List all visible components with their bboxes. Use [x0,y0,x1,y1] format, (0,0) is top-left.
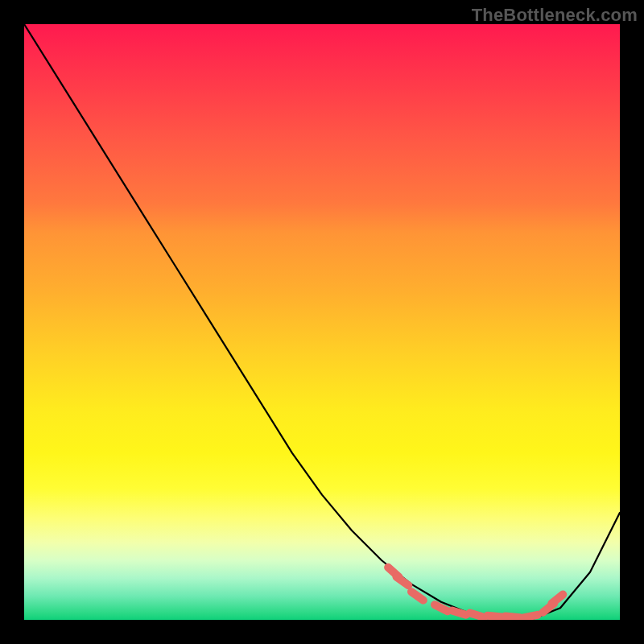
trough-dash [551,595,563,604]
trough-dash [411,592,423,600]
watermark-text: TheBottleneck.com [472,5,638,26]
bottleneck-curve [24,24,620,620]
trough-dash [506,616,520,617]
plot-area [24,24,620,620]
trough-dash [470,613,484,617]
trough-highlight-dashes [388,568,563,618]
trough-dash [452,611,466,615]
chart-frame: TheBottleneck.com [0,0,644,644]
trough-dash [488,616,502,617]
trough-dash [435,605,448,611]
trough-dash [397,577,409,585]
trough-dash [523,615,538,618]
curve-svg [24,24,620,620]
